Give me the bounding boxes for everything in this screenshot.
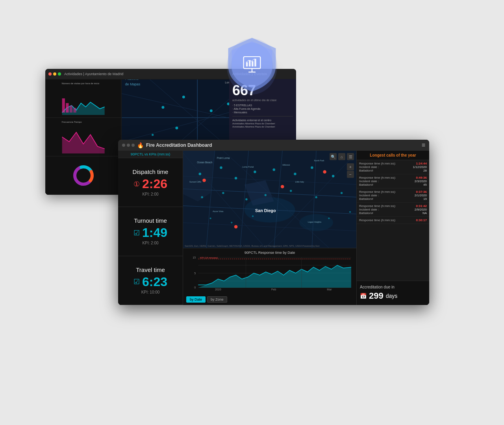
back-chart-2: Frecuencia Tiempo [45, 118, 121, 156]
svg-point-76 [294, 173, 296, 175]
call2-incident-val: 2/3/2020 [415, 179, 427, 183]
svg-point-93 [323, 170, 326, 174]
svg-point-92 [281, 185, 284, 188]
svg-point-75 [273, 168, 275, 171]
back-list-item-3: · Mensuales [232, 111, 293, 114]
svg-point-71 [199, 173, 201, 175]
svg-point-81 [245, 198, 247, 200]
call2-response-val: 0:49:36 [416, 176, 427, 179]
shield-icon [220, 31, 284, 94]
dot2 [127, 144, 130, 147]
map-zoom-out-button[interactable]: − [347, 171, 354, 178]
svg-point-28 [152, 134, 154, 136]
svg-point-87 [231, 222, 232, 223]
svg-point-86 [210, 218, 211, 219]
dispatch-label: Dispatch time [133, 168, 169, 175]
back-chart-1: Número de visitas por hora de inicio [45, 79, 121, 118]
svg-rect-11 [62, 98, 65, 113]
svg-text:Logan Heights: Logan Heights [308, 221, 322, 223]
map-home-button[interactable]: ⌂ [338, 153, 345, 160]
call2-response-label: Response time (h:mm:ss): [359, 176, 396, 179]
call3-incident-val: 2/1/2020 [415, 194, 427, 197]
travel-time-card: Travel time ☑ 6:23 KPI: 10:00 [118, 256, 183, 305]
svg-text:2020: 2020 [215, 288, 221, 291]
svg-text:Frecuencia Tiempo: Frecuencia Tiempo [61, 121, 82, 123]
svg-point-24 [210, 109, 213, 112]
call2-incident-label: Incident date : [359, 179, 379, 183]
svg-text:Point Loma: Point Loma [217, 157, 230, 159]
call5-response-label: Response time (h:mm:ss): [359, 218, 396, 222]
map-list-button[interactable]: ☰ [347, 153, 354, 160]
svg-text:Little Italy: Little Italy [295, 181, 304, 183]
call4-incident-val: 2/9/2020 [415, 208, 427, 211]
back-list-item-4: Actividades entornal el el centro [232, 119, 293, 122]
call3-response-label: Response time (h:mm:ss): [359, 190, 396, 194]
svg-rect-5 [246, 62, 248, 67]
front-dashboard-title: Fire Accreditation Dashboard [146, 142, 212, 148]
svg-rect-12 [66, 103, 69, 113]
svg-rect-13 [70, 105, 72, 113]
by-date-button[interactable]: by Date [186, 296, 206, 303]
svg-point-84 [315, 196, 317, 198]
fire-logo-icon: 🔥 [137, 142, 144, 148]
turnout-label: Turnout time [134, 217, 167, 224]
travel-value: 6:23 [142, 275, 167, 289]
svg-point-89 [328, 218, 330, 219]
back-list-item-5: Actividades Albertina Plaza de Chamberí [232, 122, 293, 125]
by-zone-button[interactable]: by Zone [207, 296, 227, 303]
map-zoom-controls: + − [347, 163, 354, 178]
svg-point-23 [182, 96, 185, 98]
svg-text:Número de visitas por hora de : Número de visitas por hora de inicio [61, 82, 99, 85]
accreditation-calendar-icon: 📅 [360, 293, 367, 299]
call2-battalion-label: Battalion# [359, 183, 373, 187]
front-titlebar-left: 🔥 Fire Accreditation Dashboard [122, 142, 212, 148]
call3-battalion-val: 19 [423, 197, 427, 201]
call1-incident-label: Incident date : [359, 165, 379, 169]
svg-point-73 [235, 177, 237, 179]
front-dashboard: 🔥 Fire Accreditation Dashboard ≡ 90PCTL … [118, 140, 429, 305]
svg-point-26 [176, 127, 178, 129]
kpi-column: 90PCTL vs KPIs (mm:ss) Dispatch time ① 2… [118, 151, 183, 305]
back-titlebar-dots [48, 72, 61, 76]
chart-area: 90PCTL Response time by Date 15 5 0 KPI … [183, 248, 356, 305]
svg-point-82 [265, 194, 267, 196]
svg-point-91 [202, 179, 206, 182]
call-item-4: Response time (h:mm:ss): 0:31:42 Inciden… [357, 203, 429, 217]
call1-response-val: 1:24:44 [416, 162, 427, 165]
travel-ok-icon: ☑ [133, 277, 140, 286]
call3-response-val: 0:37:36 [416, 190, 427, 194]
travel-target: KPI: 10:00 [141, 290, 160, 294]
svg-rect-6 [249, 60, 250, 67]
back-title: Actividades | Ayuntamiento de Madrid [64, 72, 123, 76]
svg-text:KPI (14 minutes): KPI (14 minutes) [200, 257, 218, 259]
call-item-5: Response time (h:mm:ss): 0:30:17 [357, 217, 429, 224]
svg-point-79 [201, 196, 203, 198]
map-attribution: SanGIS, Esri, HERE, Garmin, SafeGraph, M… [185, 245, 320, 247]
map-search-button[interactable]: 🔍 [330, 153, 337, 160]
back-event-sub: actividades en el último día de clase [232, 99, 293, 102]
call4-battalion-val: NA [422, 211, 427, 215]
back-list-item-2: · Alta Fuera de Agenda [232, 107, 293, 110]
hamburger-menu-icon[interactable]: ≡ [422, 142, 425, 149]
svg-text:Plazuela: Plazuela [125, 79, 139, 81]
chart-title: 90PCTL Response time by Date [186, 251, 353, 255]
back-donut [45, 156, 121, 195]
map-zoom-in-button[interactable]: + [347, 163, 354, 170]
dispatch-time-card: Dispatch time ① 2:26 KPI: 2:00 [118, 158, 183, 207]
accreditation-days: 299 [369, 291, 384, 301]
call1-battalion-val: 28 [423, 169, 427, 172]
svg-text:15: 15 [193, 256, 196, 259]
svg-point-77 [311, 166, 313, 169]
svg-point-83 [290, 190, 292, 192]
accreditation-unit: days [386, 293, 398, 299]
svg-marker-115 [198, 265, 351, 288]
travel-label: Travel time [136, 266, 165, 273]
svg-text:Feb: Feb [271, 288, 276, 291]
dispatch-value: 2:26 [142, 177, 167, 191]
call4-incident-label: Incident date : [359, 208, 379, 211]
svg-text:de Mapas: de Mapas [125, 82, 141, 86]
calls-column: Longest calls of the year Response time … [356, 151, 429, 305]
svg-text:Sunset Cliffs: Sunset Cliffs [189, 181, 201, 183]
turnout-value: 1:49 [142, 225, 167, 240]
svg-point-72 [220, 166, 222, 169]
